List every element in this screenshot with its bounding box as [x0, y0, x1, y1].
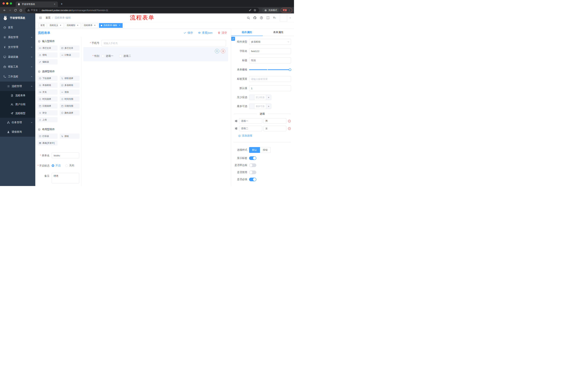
help-button[interactable] [259, 15, 264, 21]
sidebar-item-workflow[interactable]: 工作流程 [0, 72, 35, 82]
title-input[interactable] [249, 57, 291, 63]
back-button[interactable] [2, 8, 7, 13]
status-off-radio[interactable]: 关闭 [65, 164, 74, 167]
sidebar-item-process-form[interactable]: 流程表单 [0, 91, 35, 100]
component-upload[interactable]: 上传 [37, 117, 57, 122]
slider-track[interactable] [249, 69, 290, 70]
stepper-increase-button[interactable]: + [266, 104, 271, 109]
home-button[interactable] [18, 8, 23, 13]
delete-field-button[interactable] [221, 49, 225, 53]
component-slider[interactable]: 滑块 [60, 90, 80, 95]
tab-form-props[interactable]: 表单属性 [263, 29, 294, 36]
breadcrumb-home[interactable]: 首页 [45, 16, 51, 20]
stepper-increase-button[interactable]: + [266, 95, 271, 100]
tab-component-props[interactable]: 组件属性 [231, 29, 263, 36]
component-radio-group[interactable]: 单选框组 [37, 83, 57, 88]
tag-process-form-edit[interactable]: 流程表单-编辑 × [99, 23, 123, 28]
component-table-dev[interactable]: 表格[开发中] [37, 140, 57, 146]
component-time-range[interactable]: 时间范围 [60, 96, 80, 102]
remove-option-icon[interactable] [288, 119, 291, 123]
status-on-radio[interactable]: 开启 [52, 164, 61, 167]
tag-process-model[interactable]: 流程模型 × [65, 23, 81, 28]
component-date-range[interactable]: 日期范围 [60, 103, 80, 108]
tab-close-icon[interactable]: × [53, 3, 56, 6]
fullscreen-button[interactable] [265, 15, 271, 21]
browser-tab[interactable]: 芋道管理系统 × [16, 1, 58, 7]
show-label-switch[interactable] [249, 156, 256, 160]
phone-input[interactable] [102, 40, 226, 46]
component-color-picker[interactable]: 颜色选择 [60, 110, 80, 115]
tag-process-definition[interactable]: 流程定义 × [48, 23, 64, 28]
component-multi-line-text[interactable]: 多行文本 [60, 45, 80, 51]
data-bind-badge[interactable] [231, 37, 235, 41]
copy-field-button[interactable] [215, 49, 219, 53]
browser-update-button[interactable]: 更新 ⋮ [281, 8, 292, 12]
field-gender-selected[interactable]: 性别 选项一 选项二 [83, 47, 228, 61]
option-value-input[interactable] [263, 126, 286, 131]
tag-home[interactable]: 首页 [39, 23, 47, 28]
gender-option-1[interactable]: 选项一 [102, 54, 113, 58]
label-width-input[interactable] [249, 76, 291, 82]
component-row-container[interactable]: 行容器 [37, 134, 57, 139]
disabled-switch[interactable] [249, 170, 256, 174]
sidebar-item-process-model[interactable]: 流程模型 [0, 109, 35, 118]
address-bar[interactable]: 不安全 dashboard.yudao.iocoder.cn/bpm/manag… [25, 8, 259, 13]
component-cascader[interactable]: 级联选择 [60, 76, 80, 81]
component-password[interactable]: 密码 [37, 53, 57, 57]
component-button[interactable]: 按钮 [60, 134, 80, 139]
reload-button[interactable] [13, 8, 18, 13]
sidebar-item-task-mgmt[interactable]: 任务管理 [0, 118, 35, 127]
component-checkbox-group[interactable]: 多选框组 [60, 83, 80, 88]
field-name-input[interactable] [249, 48, 291, 54]
font-size-button[interactable] [272, 15, 277, 21]
option-name-input[interactable] [239, 126, 262, 131]
component-time-picker[interactable]: 时间选择 [37, 96, 57, 102]
component-single-line-text[interactable]: 单行文本 [37, 45, 57, 51]
security-chip[interactable]: 不安全 [27, 9, 40, 12]
checkbox-box[interactable] [102, 55, 104, 57]
bookmark-star-button[interactable] [252, 8, 257, 12]
sidebar-item-leave-query[interactable]: 请假查询 [0, 127, 35, 137]
window-zoom-button[interactable] [10, 2, 12, 5]
window-close-button[interactable] [2, 2, 5, 5]
form-grid-slider[interactable] [249, 67, 291, 73]
save-button[interactable]: 保存 [183, 31, 193, 35]
avatar[interactable] [280, 14, 287, 21]
new-tab-button[interactable]: + [59, 2, 64, 6]
max-select-value[interactable]: 最多可选 [254, 104, 266, 109]
component-counter[interactable]: 计数器 [60, 53, 80, 57]
component-type-select[interactable]: 多选框组 [249, 39, 291, 45]
sidebar-toggle-button[interactable] [37, 14, 44, 21]
sidebar-item-infrastructure[interactable]: 基础设施 [0, 52, 35, 62]
sidebar-item-home[interactable]: 首页 [0, 22, 35, 32]
style-button-button[interactable]: 按钮 [260, 147, 271, 153]
tag-process-form[interactable]: 流程表单 × [82, 23, 98, 28]
default-value-input[interactable] [249, 85, 291, 91]
view-json-button[interactable]: 查看json [198, 31, 212, 35]
gender-option-2[interactable]: 选项二 [119, 54, 131, 58]
field-phone[interactable]: 手机号 [83, 40, 228, 47]
window-minimize-button[interactable] [6, 2, 8, 5]
clear-button[interactable]: 清空 [218, 31, 227, 35]
sidebar-item-process-mgmt[interactable]: 流程管理 [0, 82, 35, 91]
component-rate[interactable]: 评分 [37, 110, 57, 115]
stepper-decrease-button[interactable] [249, 104, 254, 109]
component-date-picker[interactable]: 日期选择 [37, 103, 57, 108]
search-button[interactable] [246, 15, 251, 21]
component-switch[interactable]: 开关 [37, 90, 57, 95]
border-switch[interactable] [249, 163, 256, 167]
forward-button[interactable] [7, 8, 12, 13]
sidebar-item-payment-mgmt[interactable]: 支付管理 [0, 42, 35, 52]
slider-handle[interactable] [289, 68, 291, 71]
required-switch[interactable] [249, 178, 256, 181]
style-default-button[interactable]: 默认 [249, 147, 260, 153]
tag-close-icon[interactable]: × [118, 24, 121, 27]
remove-option-icon[interactable] [288, 127, 291, 130]
tag-close-icon[interactable]: × [59, 24, 62, 27]
add-option-button[interactable]: 添加选项 [238, 134, 291, 138]
tag-close-icon[interactable]: × [94, 24, 96, 27]
option-name-input[interactable] [239, 118, 262, 124]
form-remark-textarea[interactable]: 嘿嘿 [52, 173, 79, 183]
option-value-input[interactable] [263, 118, 286, 124]
component-editor[interactable]: 编辑器 [37, 59, 57, 64]
